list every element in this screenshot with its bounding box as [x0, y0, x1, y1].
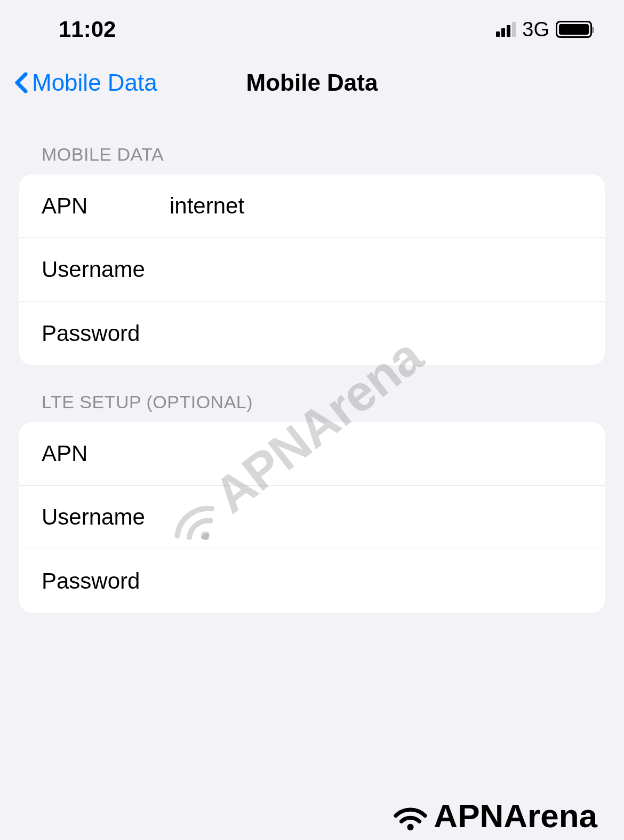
lte-password-input[interactable]	[170, 568, 582, 594]
network-type: 3G	[522, 18, 549, 41]
lte-password-label: Password	[42, 568, 170, 594]
page-title: Mobile Data	[246, 69, 378, 96]
password-label: Password	[42, 321, 170, 346]
status-bar: 11:02 3G	[0, 0, 624, 53]
wifi-icon	[390, 801, 430, 830]
status-time: 11:02	[59, 17, 116, 42]
username-label: Username	[42, 257, 170, 282]
lte-apn-row[interactable]: APN	[19, 422, 605, 486]
watermark-bottom: APNArena	[390, 797, 597, 835]
password-input[interactable]	[170, 321, 582, 346]
battery-icon	[556, 21, 592, 38]
lte-username-label: Username	[42, 504, 170, 530]
settings-group-mobile-data: APN Username Password	[19, 175, 605, 365]
section-header-mobile-data: MOBILE DATA	[0, 117, 624, 175]
lte-username-input[interactable]	[170, 504, 582, 530]
settings-group-lte-setup: APN Username Password	[19, 422, 605, 613]
username-row[interactable]: Username	[19, 238, 605, 302]
back-button[interactable]: Mobile Data	[11, 69, 157, 96]
lte-password-row[interactable]: Password	[19, 549, 605, 613]
apn-row[interactable]: APN	[19, 175, 605, 238]
username-input[interactable]	[170, 257, 582, 282]
lte-apn-input[interactable]	[170, 441, 582, 466]
back-label: Mobile Data	[32, 69, 157, 96]
chevron-left-icon	[11, 69, 32, 96]
section-header-lte-setup: LTE SETUP (OPTIONAL)	[0, 365, 624, 422]
apn-input[interactable]	[170, 193, 582, 219]
apn-label: APN	[42, 193, 170, 219]
lte-username-row[interactable]: Username	[19, 486, 605, 549]
svg-point-1	[407, 824, 414, 830]
status-indicators: 3G	[496, 18, 592, 41]
signal-icon	[496, 22, 516, 37]
watermark-text: APNArena	[434, 797, 597, 835]
password-row[interactable]: Password	[19, 302, 605, 365]
navigation-bar: Mobile Data Mobile Data	[0, 53, 624, 117]
lte-apn-label: APN	[42, 441, 170, 466]
